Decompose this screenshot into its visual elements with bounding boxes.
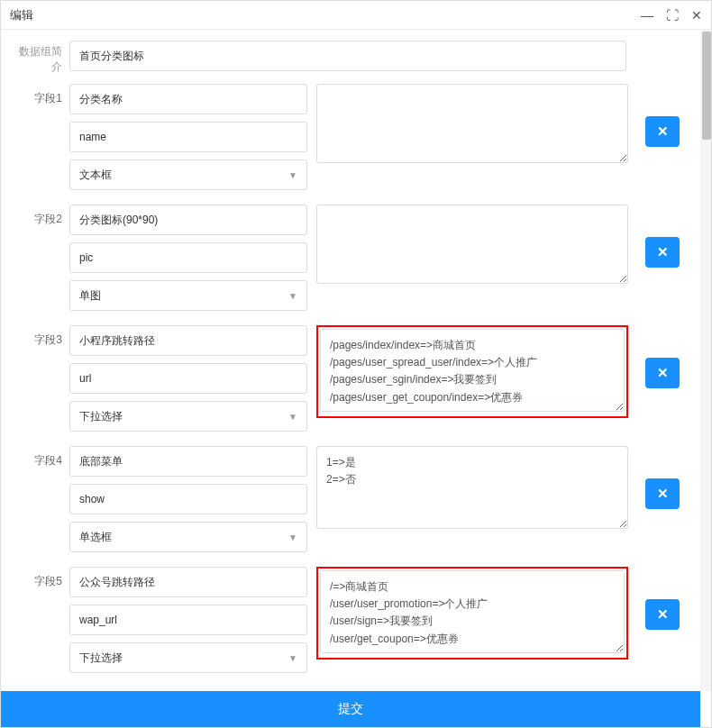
minimize-icon[interactable]: — — [641, 8, 653, 23]
intro-row: 数据组简介 — [1, 37, 711, 80]
maximize-icon[interactable]: ⛶ — [666, 8, 679, 23]
field-row: 字段5 下拉选择 ▼ ✕ — [1, 563, 711, 677]
titlebar: 编辑 — ⛶ ✕ — [1, 1, 711, 30]
field-options-textarea[interactable] — [320, 329, 625, 412]
field-name-input[interactable] — [69, 325, 307, 356]
field-options-textarea[interactable] — [316, 446, 628, 529]
window-title: 编辑 — [10, 7, 641, 23]
delete-field-button[interactable]: ✕ — [645, 478, 680, 509]
delete-field-button[interactable]: ✕ — [645, 358, 680, 388]
field-type-select[interactable]: 下拉选择 ▼ — [69, 642, 307, 673]
field-key-input[interactable] — [69, 242, 307, 273]
field-options-textarea[interactable] — [320, 570, 625, 653]
highlight-annotation — [316, 567, 628, 660]
delete-field-button[interactable]: ✕ — [645, 599, 680, 630]
field-name-input[interactable] — [69, 84, 307, 114]
field-key-input[interactable] — [69, 605, 307, 635]
select-value: 下拉选择 — [79, 651, 123, 666]
chevron-down-icon: ▼ — [288, 170, 297, 180]
highlight-annotation — [316, 325, 628, 418]
scrollbar-track[interactable] — [700, 30, 711, 691]
field-type-select[interactable]: 单选框 ▼ — [69, 522, 307, 552]
select-value: 文本框 — [79, 168, 112, 183]
field-key-input[interactable] — [69, 484, 307, 514]
field-name-input[interactable] — [69, 205, 307, 235]
chevron-down-icon: ▼ — [288, 532, 297, 542]
field-options-textarea[interactable] — [316, 84, 628, 163]
chevron-down-icon: ▼ — [288, 412, 297, 422]
field-label: 字段5 — [10, 567, 69, 589]
intro-input[interactable] — [69, 41, 626, 71]
field-row: 字段2 单图 ▼ ✕ — [1, 201, 711, 314]
field-row: 字段4 单选框 ▼ ✕ — [1, 442, 711, 556]
field-key-input[interactable] — [69, 363, 307, 394]
chevron-down-icon: ▼ — [288, 653, 297, 663]
field-name-input[interactable] — [69, 446, 307, 477]
submit-button[interactable]: 提交 — [1, 691, 700, 727]
field-label: 字段4 — [10, 446, 69, 469]
delete-field-button[interactable]: ✕ — [645, 116, 680, 147]
scrollbar-thumb[interactable] — [702, 32, 711, 140]
select-value: 下拉选择 — [79, 409, 123, 424]
field-type-select[interactable]: 单图 ▼ — [69, 280, 307, 311]
chevron-down-icon: ▼ — [288, 291, 297, 301]
field-type-select[interactable]: 文本框 ▼ — [69, 159, 307, 190]
field-type-select[interactable]: 下拉选择 ▼ — [69, 401, 307, 432]
content-area: 数据组简介 字段1 文本框 ▼ ✕ 字段2 — [1, 30, 711, 727]
field-key-input[interactable] — [69, 122, 307, 152]
delete-field-button[interactable]: ✕ — [645, 237, 680, 268]
field-row: 字段1 文本框 ▼ ✕ — [1, 80, 711, 194]
select-value: 单选框 — [79, 530, 112, 545]
field-label: 字段2 — [10, 205, 69, 227]
close-icon[interactable]: ✕ — [691, 8, 702, 23]
field-options-textarea[interactable] — [316, 205, 628, 284]
select-value: 单图 — [79, 288, 101, 304]
field-name-input[interactable] — [69, 567, 307, 597]
intro-label: 数据组简介 — [10, 37, 69, 75]
field-label: 字段1 — [10, 84, 69, 106]
field-label: 字段3 — [10, 325, 69, 348]
field-row: 字段3 下拉选择 ▼ ✕ — [1, 322, 711, 435]
edit-dialog: 编辑 — ⛶ ✕ 数据组简介 字段1 文本框 ▼ — [0, 0, 712, 728]
